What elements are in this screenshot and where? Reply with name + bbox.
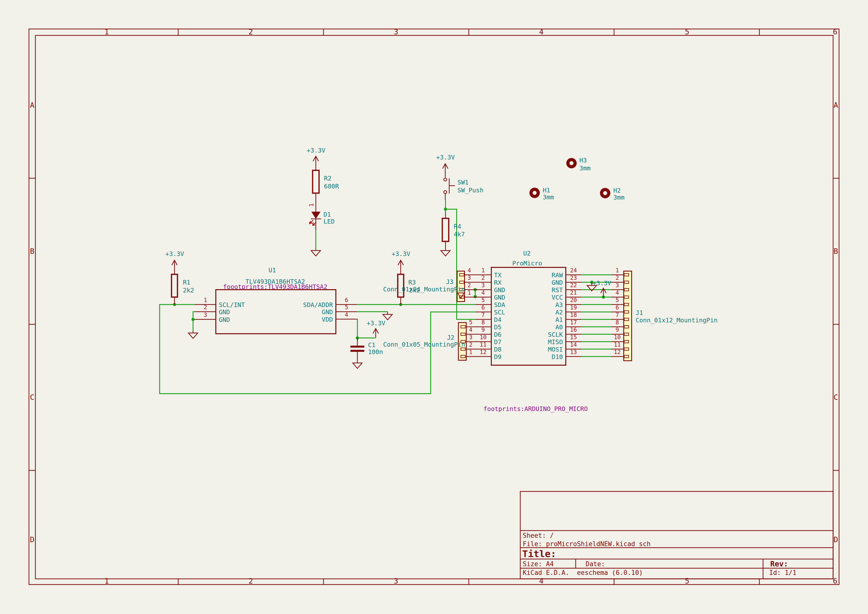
grid-column-label: 3	[394, 28, 398, 36]
pin-number: 16	[570, 327, 577, 333]
c1-reference[interactable]: C1	[368, 341, 375, 349]
pin-name: VDD	[322, 316, 333, 323]
pin-number: 10	[480, 334, 487, 340]
power-arrow-icon	[398, 260, 403, 274]
pin-name: GND	[322, 309, 333, 316]
pin-number: 12	[480, 349, 487, 355]
u2-reference[interactable]: U2	[523, 250, 531, 257]
wire-u1-gnd23[interactable]	[193, 312, 195, 331]
pin-name: D7	[494, 338, 501, 346]
component-d1[interactable]: 1 2 D1 LED	[308, 203, 335, 230]
component-sw1[interactable]: SW1 SW_Push	[444, 178, 484, 200]
h1-reference[interactable]: H1	[543, 187, 550, 194]
d1-led-triangle[interactable]	[312, 212, 321, 219]
c1-value[interactable]: 100n	[368, 348, 383, 355]
r4-reference[interactable]: R4	[454, 223, 461, 230]
u1-footprint-field[interactable]: foootprints:TLV493DA1B6HTSA2	[223, 283, 327, 290]
r3-reference[interactable]: R3	[408, 279, 416, 286]
h3-reference[interactable]: H3	[580, 157, 587, 164]
junctions[interactable]	[173, 208, 605, 340]
h2-reference[interactable]: H2	[613, 187, 621, 194]
component-c1[interactable]: C1 100n	[350, 338, 383, 362]
j3-value[interactable]: Conn_01x04_MountingPin	[383, 286, 465, 293]
gnd-symbol[interactable]	[353, 362, 362, 368]
j1-body[interactable]	[624, 271, 632, 361]
r2-body[interactable]	[313, 171, 319, 193]
component-u2[interactable]: U2 ProMicro footprints:ARDUINO_PRO_MICRO…	[476, 250, 588, 412]
pin-number: 9	[615, 327, 619, 333]
component-h1[interactable]: H1 3mm	[529, 187, 554, 201]
r2-reference[interactable]: R2	[324, 175, 332, 182]
r1-body[interactable]	[172, 274, 177, 297]
pin-number: 1	[615, 267, 619, 274]
pin-number: 24	[570, 267, 577, 274]
sw1-value[interactable]: SW_Push	[457, 187, 484, 194]
pin-name: GND	[494, 287, 505, 294]
pin-name: SCL/INT	[219, 301, 245, 309]
pin-number: 4	[345, 312, 348, 318]
j3-reference[interactable]: J3	[446, 278, 453, 285]
sw1-reference[interactable]: SW1	[457, 179, 468, 186]
gnd-symbol[interactable]	[188, 331, 198, 338]
component-j3[interactable]: 4321 J3 Conn_01x04_MountingPin	[383, 267, 476, 302]
d1-value[interactable]: LED	[324, 218, 335, 225]
power-3v3-j1[interactable]: +3.3V	[592, 279, 611, 297]
r2-value[interactable]: 680R	[324, 183, 339, 190]
c1-plates[interactable]	[350, 347, 364, 351]
j1-value[interactable]: Conn_01x12_MountingPin	[636, 317, 718, 324]
power-label: +3.3V	[367, 319, 385, 327]
r4-value[interactable]: 4k7	[454, 231, 465, 238]
power-3v3-c1[interactable]: +3.3V	[367, 319, 385, 338]
r4-body[interactable]	[442, 219, 449, 241]
gnd-symbol[interactable]	[311, 250, 321, 256]
wires[interactable]	[160, 200, 611, 394]
j1-reference[interactable]: J1	[636, 309, 643, 316]
pin-name: TX	[494, 271, 501, 279]
gnd-symbol[interactable]	[441, 250, 450, 256]
h2-value[interactable]: 3mm	[613, 194, 625, 201]
power-label: +3.3V	[436, 154, 455, 161]
power-arrow-icon	[373, 329, 378, 338]
u2-value[interactable]: ProMicro	[512, 260, 542, 267]
power-3v3-r3[interactable]: +3.3V	[392, 250, 410, 274]
pin-number: 21	[570, 290, 577, 296]
junction[interactable]	[474, 295, 477, 298]
component-h2[interactable]: H2 3mm	[600, 187, 625, 201]
j2-reference[interactable]: J2	[447, 334, 454, 341]
h1-value[interactable]: 3mm	[543, 194, 554, 201]
component-r4[interactable]: R4 4k7	[442, 212, 465, 250]
component-r1[interactable]: R1 2k2	[172, 274, 194, 304]
power-3v3-r2[interactable]: +3.3V	[307, 147, 325, 171]
mounting-holes[interactable]: H3 3mm H1 3mm H2 3mm	[529, 157, 625, 201]
sw1-actuator	[449, 178, 455, 194]
pin-name: A2	[555, 309, 563, 316]
power-symbols[interactable]: +3.3V +3.3V +3.3V +3.3V +3.3V +3.3V	[165, 147, 611, 338]
pin-number: 14	[570, 341, 577, 348]
h3-value[interactable]: 3mm	[580, 164, 591, 172]
u2-footprint-field[interactable]: footprints:ARDUINO_PRO_MICRO	[484, 405, 587, 412]
u1-reference[interactable]: U1	[268, 267, 276, 274]
pin-number: 2	[481, 274, 485, 281]
grid-row-label: B	[30, 247, 34, 256]
r1-reference[interactable]: R1	[183, 279, 190, 286]
junction[interactable]	[192, 318, 195, 321]
j2-value[interactable]: Conn_01x05_MountingPin	[383, 341, 465, 348]
u1-body[interactable]	[216, 290, 336, 334]
power-3v3-sw1[interactable]: +3.3V	[436, 154, 455, 177]
component-u1[interactable]: U1 TLV493DA1B6HTSA2 foootprints:TLV493DA…	[195, 267, 357, 334]
d1-reference[interactable]: D1	[324, 211, 331, 218]
power-3v3-r1[interactable]: +3.3V	[165, 250, 184, 274]
junction[interactable]	[444, 208, 447, 211]
pin-name: D10	[552, 353, 563, 360]
gnd-symbol[interactable]	[383, 312, 392, 320]
component-j2[interactable]: 54321 J2 Conn_01x05_MountingPin	[383, 319, 476, 360]
h2-hole-center	[603, 191, 607, 195]
pin-name: A1	[555, 316, 563, 323]
component-h3[interactable]: H3 3mm	[566, 157, 591, 172]
r1-value[interactable]: 2k2	[183, 287, 194, 294]
component-r2[interactable]: R2 680R	[313, 171, 339, 212]
grid-column-label: 2	[248, 28, 253, 36]
component-j1[interactable]: 123456789101112 J1 Conn_01x12_MountingPi…	[611, 267, 718, 361]
schematic-canvas[interactable]: 112233445566AABBCCDD Sheet: / File: proM…	[0, 0, 868, 614]
power-arrow-icon	[443, 164, 448, 177]
